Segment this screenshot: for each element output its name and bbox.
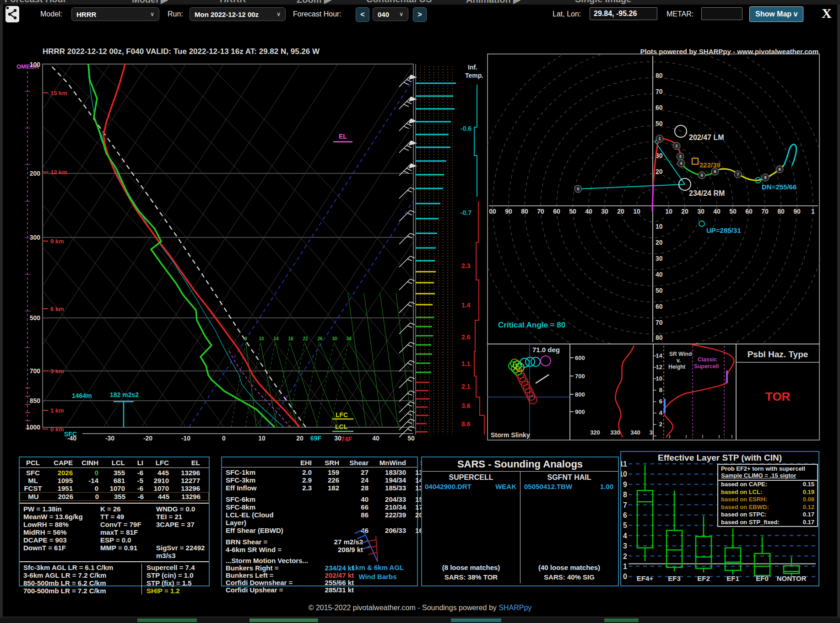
svg-text:40: 40 xyxy=(656,271,663,278)
sounding-graphic: HRRR 2022-12-12 00z, F040 VALID: Tue 202… xyxy=(0,25,840,442)
slinky-angle: 71.0 deg xyxy=(532,346,560,354)
cold-advection-line xyxy=(474,85,477,197)
share-button[interactable] xyxy=(5,6,19,22)
advection-value: -0.6 xyxy=(461,125,471,132)
surface-temp-label: 74F xyxy=(341,435,352,442)
composite-indices: Supercell = 7.4STP (cin) = 1.0 STP (fix)… xyxy=(142,564,195,595)
svg-text:10: 10 xyxy=(259,336,264,341)
sars-supercell-quality: WEAK xyxy=(495,483,516,490)
forecast-hour-next-button[interactable]: > xyxy=(413,7,427,22)
svg-text:0: 0 xyxy=(222,435,226,442)
svg-text:3: 3 xyxy=(623,542,627,550)
temperature-trace xyxy=(103,64,300,427)
kin-row: SFC-3km2.9226 24194/34149/22 xyxy=(222,476,417,484)
run-select[interactable]: Mon 2022-12-12 00z ∨ xyxy=(190,7,286,21)
sars-box: SARS - Sounding Analogs SUPERCELL 040429… xyxy=(421,457,619,586)
srwind-y-labels: 1412 108 64 2 xyxy=(656,352,663,428)
latlon-input[interactable] xyxy=(590,7,657,20)
svg-text:50: 50 xyxy=(656,120,663,127)
svg-text:10: 10 xyxy=(633,208,640,215)
close-button[interactable]: X xyxy=(822,5,832,21)
sharppy-link[interactable]: SHARPpy xyxy=(499,604,531,612)
parcel-row-mu: MU20260 355-644513296 xyxy=(20,492,209,501)
parcel-trace xyxy=(49,64,306,427)
svg-text:-40: -40 xyxy=(67,435,76,442)
forecast-hour-select[interactable]: 040 ∨ xyxy=(373,7,408,21)
pressure-axis: 100200 300500 700850 1000 xyxy=(26,61,40,431)
inflow-srh-label: 182 m2s2 xyxy=(110,391,139,398)
sars-supercell-match[interactable]: 04042900.DRT xyxy=(425,483,471,490)
svg-text:EF4+: EF4+ xyxy=(637,575,654,582)
svg-text:20: 20 xyxy=(681,208,688,215)
svg-text:30: 30 xyxy=(601,208,608,215)
svg-text:9 km: 9 km xyxy=(50,238,64,245)
stp-legend-row: based on STP_fixed:0.17 xyxy=(718,519,817,526)
kin-row: SFC-1km2.0159 27183/30132/24 xyxy=(222,468,417,476)
svg-text:8: 8 xyxy=(623,491,627,499)
sars-hail-loose: (40 loose matches) xyxy=(520,564,618,571)
svg-text:340: 340 xyxy=(630,429,640,436)
critical-angle-lines xyxy=(578,141,685,189)
svg-text:80: 80 xyxy=(656,334,663,341)
stp-legend-row: based on STPC:0.17 xyxy=(718,511,817,519)
svg-text:6 km: 6 km xyxy=(50,306,64,312)
classic-supercell-label-2: Supercell xyxy=(694,363,719,370)
bg-fragment xyxy=(604,618,639,622)
svg-text:-20: -20 xyxy=(143,435,152,442)
metar-input[interactable] xyxy=(701,7,742,20)
svg-text:20: 20 xyxy=(617,208,624,215)
svg-text:1000: 1000 xyxy=(26,424,40,431)
parcel-row-ml: ML1095-14 681-5291012277 xyxy=(20,477,209,484)
forecast-hour-prev-button[interactable]: < xyxy=(356,7,369,22)
svg-text:30: 30 xyxy=(656,255,663,262)
svg-text:3.6: 3.6 xyxy=(461,402,471,409)
svg-text:60: 60 xyxy=(745,208,753,215)
svg-text:700: 700 xyxy=(575,373,585,380)
bg-fragment xyxy=(137,618,197,622)
svg-text:30: 30 xyxy=(697,208,705,215)
sars-hail-match[interactable]: 05050412.TBW xyxy=(524,483,572,490)
slinky-motion-line xyxy=(536,375,549,383)
speed-bars-upper xyxy=(416,83,456,261)
svg-text:5: 5 xyxy=(623,521,627,529)
model-select[interactable]: HRRR ∨ xyxy=(71,7,159,21)
svg-text:22: 22 xyxy=(303,336,308,341)
show-map-button[interactable]: Show Map v xyxy=(749,6,803,22)
critical-angle-label: Critical Angle = 80 xyxy=(498,321,565,329)
stp-legend: Prob EF2+ torn with supercell Sample CLI… xyxy=(717,464,818,527)
hodograph-ring-labels-up: 2030 4050 6070 80 xyxy=(656,72,663,175)
svg-text:100: 100 xyxy=(30,61,41,68)
hazard-value: TOR xyxy=(765,390,791,403)
temperature-axis: -40-30 -20-10 010 2030 4050 xyxy=(67,435,415,442)
forecast-hour-label: Forecast Hour: xyxy=(293,10,341,18)
lfc-label: LFC xyxy=(336,411,348,419)
forecast-hour-value: 040 xyxy=(378,11,389,18)
svg-text:30: 30 xyxy=(332,336,337,341)
stp-title: Effective Layer STP (with CIN) xyxy=(621,453,818,463)
svg-text:4: 4 xyxy=(659,409,663,416)
svg-text:90: 90 xyxy=(793,208,801,215)
svg-text:70: 70 xyxy=(537,208,544,215)
lm-label: 202/47 LM xyxy=(689,134,724,141)
svg-text:8: 8 xyxy=(659,387,662,393)
svg-text:4: 4 xyxy=(680,161,682,166)
toolbar: Model: HRRR ∨ Run: Mon 2022-12-12 00z ∨ … xyxy=(0,0,840,27)
thermo-stats: PW = 1.38inK = 26WNDG = 0.0 MeanW = 13.6… xyxy=(20,505,209,559)
skewt-frame xyxy=(43,64,413,427)
stp-legend-row: based on ESRH:0.08 xyxy=(718,496,817,504)
svg-text:2.6: 2.6 xyxy=(461,333,471,341)
svg-text:7: 7 xyxy=(737,172,739,177)
dewpoint-trace xyxy=(88,64,275,427)
svg-text:1: 1 xyxy=(623,563,627,570)
svg-text:10: 10 xyxy=(665,208,672,215)
pressure-gridlines xyxy=(43,173,413,427)
svg-text:60: 60 xyxy=(656,303,663,310)
warm-advection-line xyxy=(474,201,484,435)
svg-text:30: 30 xyxy=(334,435,341,442)
svg-text:20: 20 xyxy=(656,239,663,246)
svg-text:320: 320 xyxy=(590,429,600,436)
stp-legend-line1: Prob EF2+ torn with supercell xyxy=(718,465,817,472)
sars-hail-header: SGFNT HAIL xyxy=(520,472,618,482)
lapse-rates: Sfc-3km AGL LR = 6.1 C/km3-6km AGL LR = … xyxy=(20,564,142,595)
isotherms xyxy=(0,64,642,427)
